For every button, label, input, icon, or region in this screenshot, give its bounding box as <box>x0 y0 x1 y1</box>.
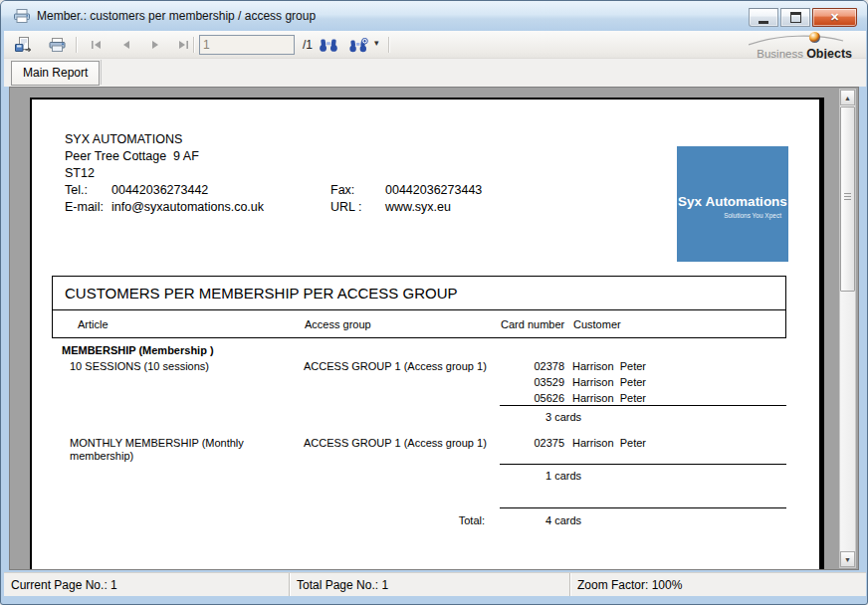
logo-tagline: Solutions You Xpect <box>724 212 781 219</box>
card-number-cell: 05626 <box>505 392 564 404</box>
email-value: info@syxautomations.co.uk <box>111 200 264 214</box>
column-header-row: Article Access group Card number Custome… <box>52 309 786 338</box>
status-total-page: Total Page No.: 1 <box>290 573 570 596</box>
vertical-scrollbar[interactable]: ▲ ▼ <box>839 89 856 568</box>
binoculars-plus-icon <box>348 38 368 53</box>
scroll-down-button[interactable]: ▼ <box>840 551 855 567</box>
access-group-cell: ACCESS GROUP 1 (Access group 1) <box>304 360 487 372</box>
export-button[interactable] <box>12 35 36 55</box>
company-address1: Peer Tree Cottage 9 AF <box>65 149 199 163</box>
customer-cell: Harrison Peter <box>572 437 646 449</box>
col-access-group: Access group <box>305 318 371 330</box>
card-number-cell: 02375 <box>505 437 564 449</box>
logo-sphere-icon <box>809 32 820 43</box>
tel-label: Tel.: <box>65 183 88 197</box>
total-rule <box>500 507 786 508</box>
scrollbar-thumb[interactable] <box>840 106 855 292</box>
status-bar: Current Page No.: 1 Total Page No.: 1 Zo… <box>4 572 866 596</box>
scroll-up-icon: ▲ <box>844 95 851 101</box>
status-current-page: Current Page No.: 1 <box>4 573 290 596</box>
previous-page-button[interactable] <box>113 35 137 55</box>
company-address2: ST12 <box>65 166 95 180</box>
report-viewer-window: Member.: customers per membership / acce… <box>0 0 868 605</box>
card-number-cell: 03529 <box>505 376 564 388</box>
report-title-box: CUSTOMERS PER MEMBERSHIP PER ACCESS GROU… <box>52 276 786 310</box>
business-objects-logo: Business Objects <box>733 31 852 59</box>
last-page-icon <box>178 40 189 50</box>
subtotal-rule <box>500 464 786 465</box>
maximize-button[interactable] <box>780 8 810 27</box>
subtotal-cell: 1 cards <box>545 470 581 482</box>
company-name: SYX AUTOMATIONS <box>65 132 182 146</box>
report-title: CUSTOMERS PER MEMBERSHIP PER ACCESS GROU… <box>65 285 458 302</box>
previous-page-icon <box>121 40 130 50</box>
print-button[interactable] <box>46 35 70 55</box>
fax-label: Fax: <box>330 183 354 197</box>
window-controls: ✕ <box>749 8 857 27</box>
scroll-up-button[interactable]: ▲ <box>840 90 855 105</box>
titlebar: Member.: customers per membership / acce… <box>1 1 867 31</box>
total-label: Total: <box>410 514 485 526</box>
export-icon <box>15 37 33 53</box>
fax-value: 00442036273443 <box>385 183 482 197</box>
url-value: www.syx.eu <box>385 200 451 214</box>
toolbar: /1 <box>4 31 866 59</box>
minimize-button[interactable] <box>749 8 778 27</box>
article-cell: MONTHLY MEMBERSHIP (Monthly membership) <box>70 437 247 463</box>
report-view: SYX AUTOMATIONS Peer Tree Cottage 9 AF S… <box>9 87 859 570</box>
toolbar-separator <box>76 37 77 53</box>
tab-bar: Main Report <box>4 59 866 87</box>
maximize-icon <box>790 12 801 23</box>
page-total-label: /1 <box>303 38 313 52</box>
page-number-input[interactable] <box>199 35 295 55</box>
syx-logo: Syx Automations Solutions You Xpect <box>677 146 788 262</box>
access-group-cell: ACCESS GROUP 1 (Access group 1) <box>304 437 487 449</box>
close-button[interactable]: ✕ <box>812 8 857 27</box>
customer-cell: Harrison Peter <box>572 392 646 404</box>
print-icon <box>49 37 67 53</box>
next-page-button[interactable] <box>143 35 167 55</box>
tab-separator <box>101 60 102 85</box>
url-label: URL : <box>330 200 362 214</box>
status-zoom-factor: Zoom Factor: 100% <box>570 573 866 596</box>
last-page-button[interactable] <box>171 35 195 55</box>
tel-value: 00442036273442 <box>111 183 208 197</box>
binoculars-icon <box>319 38 338 53</box>
find-button[interactable] <box>317 35 340 55</box>
col-card-number: Card number <box>501 318 564 330</box>
zoom-button[interactable] <box>346 35 370 55</box>
subtotal-rule <box>500 405 786 406</box>
article-cell: 10 SESSIONS (10 sessions) <box>70 360 209 372</box>
first-page-icon <box>91 40 102 50</box>
scroll-down-icon: ▼ <box>844 556 851 563</box>
logo-name: Syx Automations <box>677 194 788 209</box>
email-label: E-mail: <box>65 200 104 214</box>
total-value: 4 cards <box>545 514 581 526</box>
customer-cell: Harrison Peter <box>572 376 646 388</box>
first-page-button[interactable] <box>84 35 108 55</box>
close-icon: ✕ <box>830 11 839 24</box>
minimize-icon <box>759 21 768 24</box>
window-title: Member.: customers per membership / acce… <box>37 9 316 23</box>
group-header: MEMBERSHIP (Membership ) <box>62 344 214 356</box>
customer-cell: Harrison Peter <box>572 360 646 372</box>
scrollbar-grip-icon <box>844 193 851 200</box>
report-page: SYX AUTOMATIONS Peer Tree Cottage 9 AF S… <box>30 98 824 569</box>
next-page-icon <box>151 40 160 50</box>
col-customer: Customer <box>573 318 621 330</box>
tab-main-report[interactable]: Main Report <box>11 61 100 86</box>
card-number-cell: 02378 <box>505 360 564 372</box>
subtotal-cell: 3 cards <box>545 411 581 423</box>
zoom-dropdown-arrow[interactable]: ▾ <box>374 38 379 48</box>
col-article: Article <box>78 318 108 330</box>
printer-app-icon <box>13 8 31 24</box>
toolbar-separator <box>388 37 389 53</box>
toolbar-separator <box>193 37 194 53</box>
